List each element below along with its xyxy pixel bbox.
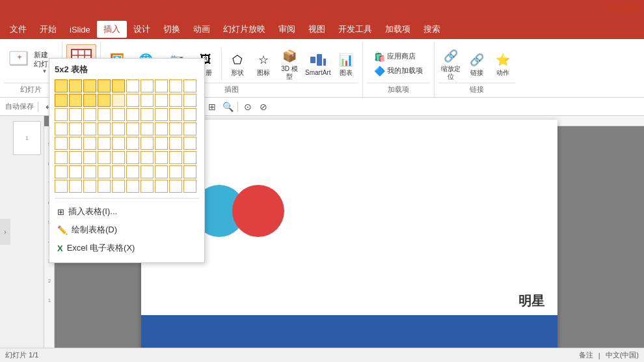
table-grid-cell[interactable]: [155, 94, 168, 107]
table-grid-cell[interactable]: [112, 165, 125, 178]
menu-item-devtools[interactable]: 开发工具: [332, 21, 379, 38]
table-grid-cell[interactable]: [126, 108, 139, 121]
chart-button[interactable]: 📊 图表: [334, 49, 358, 78]
table-grid-cell[interactable]: [69, 180, 82, 193]
menu-item-home[interactable]: 开始: [33, 21, 63, 38]
table-grid-cell[interactable]: [155, 180, 168, 193]
table-grid-cell[interactable]: [69, 108, 82, 121]
table-grid-cell[interactable]: [126, 79, 139, 92]
table-grid-cell[interactable]: [98, 180, 111, 193]
table-grid-cell[interactable]: [98, 151, 111, 164]
table-grid-cell[interactable]: [55, 137, 68, 150]
toolbar-icon-11[interactable]: ⊘: [256, 100, 271, 114]
toolbar-icon-10[interactable]: ⊙: [241, 100, 255, 114]
table-grid-cell[interactable]: [98, 108, 111, 121]
table-grid-cell[interactable]: [83, 180, 96, 193]
draw-table-action[interactable]: ✏️ 绘制表格(D): [55, 221, 199, 239]
table-grid-cell[interactable]: [98, 165, 111, 178]
table-grid-cell[interactable]: [155, 165, 168, 178]
table-grid-cell[interactable]: [112, 94, 125, 107]
shapes-button[interactable]: ⬠ 形状: [225, 49, 250, 78]
menu-item-review[interactable]: 审阅: [272, 21, 302, 38]
table-grid-cell[interactable]: [69, 165, 82, 178]
table-grid-cell[interactable]: [98, 94, 111, 107]
table-grid-cell[interactable]: [169, 94, 182, 107]
toolbar-icon-8[interactable]: ⊞: [205, 100, 219, 114]
smartart-button[interactable]: SmartArt: [303, 49, 332, 78]
table-grid-cell[interactable]: [183, 151, 196, 164]
table-grid-cell[interactable]: [126, 137, 139, 150]
table-grid-cell[interactable]: [155, 151, 168, 164]
table-grid-cell[interactable]: [169, 151, 182, 164]
table-grid-cell[interactable]: [83, 94, 96, 107]
menu-item-transition[interactable]: 切换: [157, 21, 187, 38]
icons-button[interactable]: ☆ 图标: [251, 49, 276, 78]
menu-item-animation[interactable]: 动画: [187, 21, 217, 38]
table-grid-cell[interactable]: [126, 165, 139, 178]
table-grid-cell[interactable]: [155, 79, 168, 92]
3dmodel-button[interactable]: 📦 3D 模型: [277, 46, 302, 82]
table-grid-cell[interactable]: [183, 94, 196, 107]
table-grid-cell[interactable]: [83, 79, 96, 92]
table-grid-cell[interactable]: [141, 165, 154, 178]
slide-thumb-1[interactable]: 1: [13, 121, 41, 155]
table-grid-cell[interactable]: [126, 180, 139, 193]
table-grid-cell[interactable]: [155, 122, 168, 135]
table-grid-cell[interactable]: [55, 122, 68, 135]
table-grid-cell[interactable]: [98, 137, 111, 150]
table-grid-cell[interactable]: [169, 165, 182, 178]
table-grid-cell[interactable]: [55, 79, 68, 92]
zoom-button[interactable]: 🔗 缩放定位: [438, 46, 463, 82]
menu-item-search[interactable]: 搜索: [417, 21, 447, 38]
table-grid-cell[interactable]: [126, 122, 139, 135]
menu-item-view[interactable]: 视图: [302, 21, 332, 38]
table-grid-cell[interactable]: [155, 137, 168, 150]
table-grid-cell[interactable]: [126, 151, 139, 164]
table-grid-cell[interactable]: [155, 108, 168, 121]
table-grid-cell[interactable]: [169, 108, 182, 121]
table-grid-cell[interactable]: [55, 94, 68, 107]
menu-item-design[interactable]: 设计: [127, 21, 157, 38]
table-grid-cell[interactable]: [183, 137, 196, 150]
table-grid-cell[interactable]: [98, 122, 111, 135]
table-grid-cell[interactable]: [55, 180, 68, 193]
table-grid-cell[interactable]: [169, 180, 182, 193]
table-grid-cell[interactable]: [112, 122, 125, 135]
table-grid-cell[interactable]: [55, 108, 68, 121]
table-grid-cell[interactable]: [112, 151, 125, 164]
excel-table-action[interactable]: X Excel 电子表格(X): [55, 239, 199, 257]
table-grid-cell[interactable]: [141, 180, 154, 193]
table-grid-cell[interactable]: [141, 122, 154, 135]
table-grid-cell[interactable]: [112, 180, 125, 193]
table-grid-cell[interactable]: [69, 151, 82, 164]
table-grid-cell[interactable]: [69, 79, 82, 92]
table-grid-cell[interactable]: [83, 137, 96, 150]
table-grid-cell[interactable]: [183, 108, 196, 121]
toolbar-icon-9[interactable]: 🔍: [221, 100, 235, 114]
my-addons-button[interactable]: 🔷 我的加载项: [371, 64, 425, 77]
table-grid-cell[interactable]: [83, 122, 96, 135]
app-store-button[interactable]: 🛍️ 应用商店: [371, 50, 425, 63]
insert-table-action[interactable]: ⊞ 插入表格(I)...: [55, 202, 199, 221]
menu-item-slideshow[interactable]: 幻灯片放映: [217, 21, 272, 38]
table-grid-cell[interactable]: [141, 108, 154, 121]
table-grid-cell[interactable]: [83, 165, 96, 178]
table-grid-cell[interactable]: [126, 94, 139, 107]
table-grid-cell[interactable]: [183, 180, 196, 193]
action-button[interactable]: ⭐ 动作: [490, 49, 515, 78]
table-grid-cell[interactable]: [112, 108, 125, 121]
table-grid-cell[interactable]: [141, 79, 154, 92]
table-grid-cell[interactable]: [98, 79, 111, 92]
table-grid-cell[interactable]: [55, 165, 68, 178]
table-grid-cell[interactable]: [169, 122, 182, 135]
menu-item-addons[interactable]: 加载项: [379, 21, 417, 38]
table-grid-cell[interactable]: [83, 108, 96, 121]
link-button[interactable]: 🔗 链接: [464, 49, 489, 78]
table-grid-cell[interactable]: [169, 137, 182, 150]
table-grid-cell[interactable]: [169, 79, 182, 92]
table-grid-cell[interactable]: [55, 151, 68, 164]
table-grid-cell[interactable]: [183, 165, 196, 178]
table-grid-cell[interactable]: [183, 122, 196, 135]
table-grid-cell[interactable]: [183, 79, 196, 92]
table-grid-cell[interactable]: [141, 137, 154, 150]
